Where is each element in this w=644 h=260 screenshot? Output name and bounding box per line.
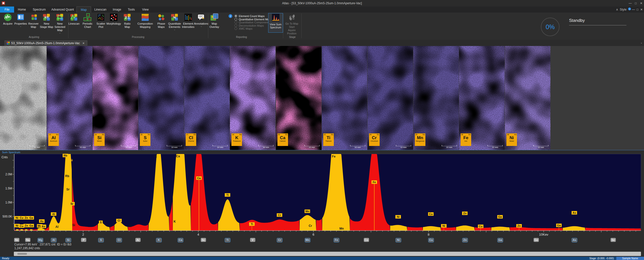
element-map-cl[interactable]: 17KαClChlorine10 mm xyxy=(184,46,230,150)
acquire-icon xyxy=(4,13,12,22)
radio-quantitative-element-maps[interactable]: Quantitative Element Maps xyxy=(234,18,272,21)
element-badge-fe: 26KαFeIron xyxy=(461,133,471,146)
document-tab-close-icon[interactable]: ✕ xyxy=(82,42,85,45)
ribbon-button-map-overlay[interactable]: Map Overlay xyxy=(206,13,223,29)
element-button-cl[interactable]: Cl xyxy=(116,238,122,242)
tab-advanced-quant[interactable]: Advanced Quant xyxy=(49,7,76,13)
chevron-down-icon: ⌄ xyxy=(166,29,183,31)
element-button-cu[interactable]: Cu xyxy=(428,238,434,242)
element-button-p[interactable]: P xyxy=(81,238,86,242)
svg-text:Cu: Cu xyxy=(479,225,482,228)
tab-map[interactable]: Map xyxy=(76,7,91,13)
tabbar-overflow-icon[interactable]: ⌄ xyxy=(640,41,642,44)
element-symbol: Ca xyxy=(277,135,288,140)
element-map-s[interactable]: 16KαSSulfur10 mm xyxy=(138,46,184,150)
doc-restore-icon[interactable]: □ xyxy=(635,7,639,13)
element-map-ni[interactable]: 28KαNiNickel10 mm xyxy=(505,46,550,150)
minimize-button[interactable]: — xyxy=(627,0,633,7)
peak-badge-s: S xyxy=(99,221,103,224)
map-select-icon xyxy=(56,13,64,22)
scale-bar: 10 mm xyxy=(29,145,45,148)
element-button-ga[interactable]: Ga xyxy=(497,238,503,242)
doc-close-icon[interactable]: ✕ xyxy=(639,7,643,13)
element-button-v[interactable]: V xyxy=(250,238,255,242)
peak-badge-zn: Zn xyxy=(23,216,29,220)
svg-text:S: S xyxy=(109,225,111,228)
element-map-k[interactable]: 19KαKPotassium10 mm xyxy=(230,46,275,150)
element-button-ne[interactable]: Ne xyxy=(14,238,19,242)
info-icon[interactable]: i xyxy=(228,14,232,19)
element-button-ar[interactable]: Ar xyxy=(135,238,141,242)
element-map-si[interactable]: 14KαSiSilicon10 mm xyxy=(93,46,138,150)
status-sample-name[interactable]: Sample Name xyxy=(616,257,644,260)
sem-image-panel[interactable]: 10 mm xyxy=(0,46,47,150)
scale-bar: 10 mm xyxy=(213,145,228,148)
peak-badge-ni: Ni xyxy=(395,215,401,219)
sum-spectrum-panel: Sum Spectrum 500.0K1.0M1.5M2.0MCnts24681… xyxy=(0,150,644,257)
tab-spectrum[interactable]: Spectrum xyxy=(30,7,49,13)
tab-home[interactable]: Home xyxy=(14,7,30,13)
element-button-fe[interactable]: Fe xyxy=(334,238,339,242)
scale-bar: 10 mm xyxy=(167,145,182,148)
peak-badge-as: As xyxy=(572,211,577,215)
title-bar: Atlas - [S3_50kV-1000uA-25mS-25um-1.0mmA… xyxy=(0,0,644,7)
element-button-ti[interactable]: Ti xyxy=(225,238,230,242)
element-button-sc[interactable]: Sc xyxy=(201,238,206,242)
scrollbar-thumb[interactable] xyxy=(17,253,27,255)
element-map-fe[interactable]: 26KαFeIron10 mm xyxy=(459,46,505,150)
peak-badge-ga: Ga xyxy=(28,224,34,227)
ribbon-button-composition-mapping[interactable]: Composition Mapping xyxy=(137,13,153,29)
element-button-k[interactable]: K xyxy=(156,238,162,242)
element-button-zn[interactable]: Zn xyxy=(462,238,468,242)
element-map-ca[interactable]: 20KαCaCalcium10 mm xyxy=(276,46,321,150)
element-button-ge[interactable]: Ge xyxy=(534,238,539,242)
element-button-si[interactable]: Si xyxy=(65,238,71,242)
doc-minimize-icon[interactable]: — xyxy=(631,7,635,13)
element-button-s[interactable]: S xyxy=(98,238,104,242)
ribbon-button-ratio-map[interactable]: 2:1Ratio Map xyxy=(119,13,136,29)
element-map-ti[interactable]: 22KαTiTitanium10 mm xyxy=(322,46,367,150)
scale-bar: 10 mm xyxy=(304,145,319,148)
tab-image[interactable]: Image xyxy=(110,7,124,13)
scale-bar-label: 10 mm xyxy=(121,146,136,148)
tab-file[interactable]: File xyxy=(0,7,14,13)
element-button-al[interactable]: Al xyxy=(51,238,57,242)
svg-text:Rb: Rb xyxy=(65,174,69,178)
svg-text:8: 8 xyxy=(428,233,429,236)
tab-tools[interactable]: Tools xyxy=(124,7,138,13)
element-map-cr[interactable]: 24KαCrChromium10 mm xyxy=(368,46,413,150)
element-button-mn[interactable]: Mn xyxy=(305,238,310,242)
element-button-ca[interactable]: Ca xyxy=(178,238,183,242)
tab-linescan[interactable]: Linescan xyxy=(91,7,110,13)
radio-xmc-maps: XMC Maps xyxy=(234,27,252,30)
svg-text:S: S xyxy=(100,221,102,224)
svg-text:As: As xyxy=(42,225,45,228)
spectrum-plot[interactable]: 500.0K1.0M1.5M2.0MCnts246810KevNiCuZnGaN… xyxy=(0,150,644,251)
document-tab[interactable]: S3_50kV-1000uA-25mS-25um-1.0mmAperture-V… xyxy=(5,40,87,46)
peak-badge-zn: Zn xyxy=(23,224,29,227)
element-button-ni[interactable]: Ni xyxy=(395,238,401,242)
help-icon[interactable]: ? xyxy=(627,7,631,13)
element-button-as[interactable]: As xyxy=(572,238,577,242)
maximize-button[interactable]: □ xyxy=(633,0,638,7)
element-maps-row: 10 mm13KαAlAluminum10 mm14KαSiSilicon10 … xyxy=(0,46,644,150)
atomic-number: 19 xyxy=(232,134,234,135)
element-map-mn[interactable]: 25KαMnManganese10 mm xyxy=(413,46,459,150)
radio-element-count-maps[interactable]: Element Count Maps xyxy=(234,15,265,18)
spectrum-scrollbar[interactable] xyxy=(14,252,641,256)
element-button-mg[interactable]: Mg xyxy=(37,238,43,242)
view-sum-spectrum-button[interactable]: View Sum Spectrum xyxy=(268,13,283,33)
element-button-na[interactable]: Na xyxy=(25,238,30,242)
element-button-se[interactable]: Se xyxy=(611,238,616,242)
close-button[interactable]: ✕ xyxy=(638,0,644,7)
element-button-co[interactable]: Co xyxy=(364,238,369,242)
tab-view[interactable]: View xyxy=(138,7,152,13)
scale-bar: 10 mm xyxy=(442,145,457,148)
map-comp-icon xyxy=(141,13,149,22)
element-map-al[interactable]: 13KαAlAluminum10 mm xyxy=(47,46,92,150)
style-dropdown[interactable]: Style ∨ xyxy=(619,7,627,13)
app-window: Atlas - [S3_50kV-1000uA-25mS-25um-1.0mmA… xyxy=(0,0,644,260)
group-separator xyxy=(301,14,302,38)
element-button-cr[interactable]: Cr xyxy=(277,238,283,242)
document-tab-bar: S3_50kV-1000uA-25mS-25um-1.0mmAperture-V… xyxy=(0,40,644,46)
